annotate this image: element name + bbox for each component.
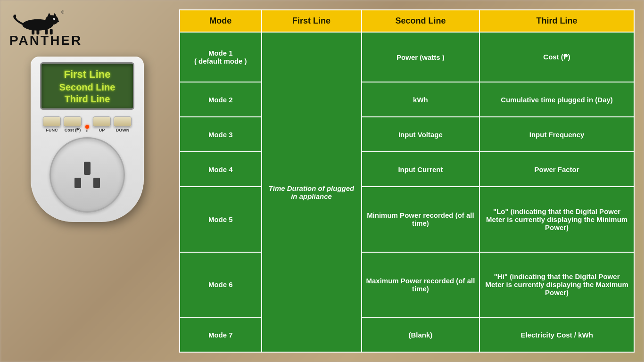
cell-third-5: "Hi" (indicating that the Digital Power …	[479, 252, 634, 317]
cell-mode-2: Mode 3	[180, 117, 262, 152]
svg-marker-3	[48, 13, 52, 17]
cell-mode-4: Mode 5	[180, 187, 262, 252]
down-label: DOWN	[116, 128, 130, 132]
table-row: Mode 1 ( default mode )Time Duration of …	[180, 32, 634, 82]
table-row: Mode 5Minimum Power recorded (of all tim…	[180, 187, 634, 252]
header-first-line: First Line	[262, 10, 362, 32]
cell-mode-6: Mode 7	[180, 317, 262, 352]
cell-mode-5: Mode 6	[180, 252, 262, 317]
cell-third-1: Cumulative time plugged in (Day)	[479, 82, 634, 117]
cell-third-6: Electricity Cost / kWh	[479, 317, 634, 352]
svg-text:®: ®	[61, 10, 65, 15]
brand-name: PANTHER	[9, 33, 82, 48]
cell-second-1: kWh	[362, 82, 480, 117]
socket-area	[50, 137, 125, 213]
cell-second-4: Minimum Power recorded (of all time)	[362, 187, 480, 252]
lcd-screen: First Line Second Line Third Line	[40, 62, 134, 110]
up-button[interactable]	[93, 116, 111, 127]
up-label: UP	[99, 128, 105, 132]
device-body: First Line Second Line Third Line FUNC C…	[31, 57, 144, 222]
header-third-line: Third Line	[479, 10, 634, 32]
down-btn-group: DOWN	[114, 116, 132, 132]
cell-third-2: Input Frequency	[479, 117, 634, 152]
table-header-row: Mode First Line Second Line Third Line	[180, 10, 634, 32]
led-dot	[85, 125, 89, 129]
cell-second-5: Maximum Power recorded (of all time)	[362, 252, 480, 317]
led-indicator: R	[85, 125, 89, 132]
lcd-line-3: Third Line	[65, 94, 110, 105]
table-row: Mode 6Maximum Power recorded (of all tim…	[180, 252, 634, 317]
cell-second-2: Input Voltage	[362, 117, 480, 152]
prongs-bottom	[74, 178, 100, 188]
cell-mode-1: Mode 2	[180, 82, 262, 117]
cell-third-4: "Lo" (indicating that the Digital Power …	[479, 187, 634, 252]
cell-third-3: Power Factor	[479, 152, 634, 187]
header-mode: Mode	[180, 10, 262, 32]
left-panel: ®	[0, 0, 174, 362]
header-second-line: Second Line	[362, 10, 480, 32]
panther-logo: ®	[9, 8, 82, 48]
cell-second-3: Input Current	[362, 152, 480, 187]
svg-marker-4	[53, 13, 57, 17]
prong-top	[84, 162, 91, 175]
panther-icon: ®	[9, 8, 66, 37]
prong-left	[74, 178, 81, 188]
svg-point-10	[53, 19, 54, 20]
buttons-row: FUNC Cost (₱) R UP DOWN	[43, 116, 132, 132]
lcd-line-2: Second Line	[59, 82, 116, 93]
modes-table: Mode First Line Second Line Third Line M…	[179, 9, 635, 353]
svg-point-11	[57, 20, 59, 22]
table-row: Mode 2kWhCumulative time plugged in (Day…	[180, 82, 634, 117]
table-row: Mode 3Input VoltageInput Frequency	[180, 117, 634, 152]
lcd-line-1: First Line	[64, 68, 110, 81]
down-button[interactable]	[114, 116, 132, 127]
table-row: Mode 7(Blank)Electricity Cost / kWh	[180, 317, 634, 352]
prong-right	[93, 178, 100, 188]
cost-button[interactable]	[64, 116, 82, 127]
up-btn-group: UP	[93, 116, 111, 132]
cell-second-0: Power (watts )	[362, 32, 480, 82]
right-panel: Mode First Line Second Line Third Line M…	[174, 0, 644, 362]
cell-mode-3: Mode 4	[180, 152, 262, 187]
cost-label: Cost (₱)	[65, 128, 81, 132]
func-btn-group: FUNC	[43, 116, 61, 132]
func-label: FUNC	[46, 128, 58, 132]
cell-first-line: Time Duration of plugged in appliance	[262, 32, 362, 352]
table-row: Mode 4Input CurrentPower Factor	[180, 152, 634, 187]
func-button[interactable]	[43, 116, 61, 127]
logo-area: ®	[5, 8, 82, 48]
cell-third-0: Cost (₱)	[479, 32, 634, 82]
cell-mode-0: Mode 1 ( default mode )	[180, 32, 262, 82]
cell-second-6: (Blank)	[362, 317, 480, 352]
led-label: R	[86, 129, 88, 132]
cost-btn-group: Cost (₱)	[64, 116, 82, 132]
